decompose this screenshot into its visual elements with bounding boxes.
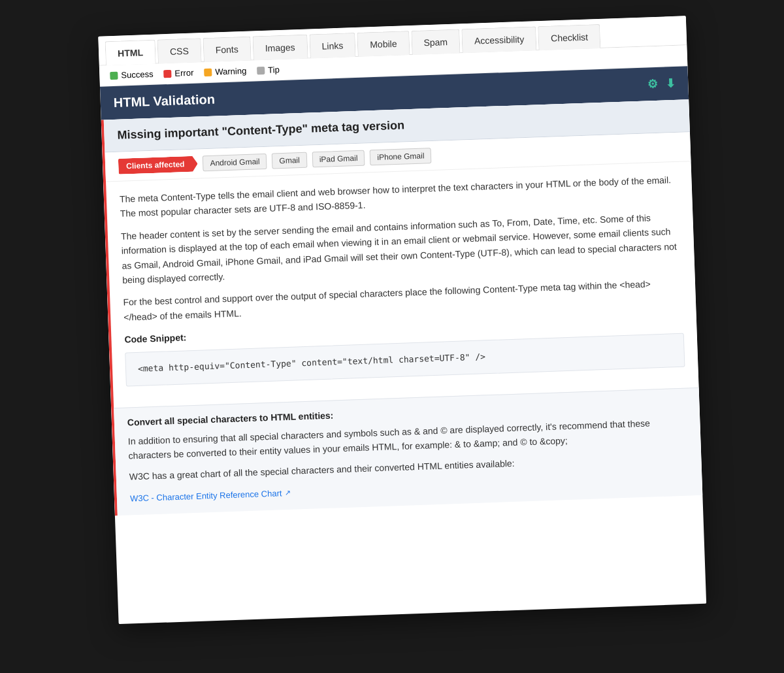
legend-warning: Warning (204, 66, 246, 77)
warning-label: Warning (215, 66, 246, 77)
section-title: HTML Validation (113, 92, 215, 110)
error-label: Error (174, 68, 193, 78)
tab-mobile[interactable]: Mobile (357, 31, 410, 57)
success-label: Success (121, 69, 154, 80)
section-header-icons: ⚙ ⬇ (647, 76, 676, 91)
success-dot (110, 71, 118, 79)
client-gmail[interactable]: Gmail (272, 152, 307, 169)
tab-html[interactable]: HTML (105, 40, 156, 66)
legend-error: Error (163, 68, 193, 79)
download-icon[interactable]: ⬇ (665, 76, 676, 91)
client-android-gmail[interactable]: Android Gmail (203, 154, 267, 171)
error-dot (163, 69, 171, 77)
w3c-link[interactable]: W3C - Character Entity Reference Chart ↗ (130, 487, 291, 506)
page-container: HTML CSS Fonts Images Links Mobile Spam … (98, 16, 706, 624)
external-link-icon: ↗ (284, 487, 291, 499)
content-para2: The header content is set by the server … (121, 210, 682, 287)
content-body: The meta Content-Type tells the email cl… (106, 161, 699, 408)
w3c-link-text: W3C - Character Entity Reference Chart (130, 487, 282, 506)
tab-checklist[interactable]: Checklist (538, 24, 601, 50)
tab-fonts[interactable]: Fonts (203, 37, 251, 63)
convert-body: In addition to ensuring that all special… (128, 414, 689, 506)
tab-spam[interactable]: Spam (411, 29, 461, 55)
gear-icon[interactable]: ⚙ (647, 76, 658, 91)
tip-label: Tip (268, 65, 280, 75)
tab-images[interactable]: Images (252, 35, 308, 61)
client-ipad-gmail[interactable]: iPad Gmail (312, 150, 365, 168)
legend-success: Success (110, 69, 154, 80)
convert-section: Convert all special characters to HTML e… (114, 387, 702, 516)
legend-tip: Tip (257, 65, 280, 75)
warning-dot (204, 68, 212, 76)
client-iphone-gmail[interactable]: iPhone Gmail (370, 148, 432, 165)
tab-accessibility[interactable]: Accessibility (461, 26, 536, 53)
clients-badge: Clients affected (118, 156, 198, 174)
content-area: Missing important "Content-Type" meta ta… (101, 99, 703, 516)
tip-dot (257, 66, 265, 74)
tab-links[interactable]: Links (309, 33, 356, 58)
tab-css[interactable]: CSS (157, 38, 201, 63)
